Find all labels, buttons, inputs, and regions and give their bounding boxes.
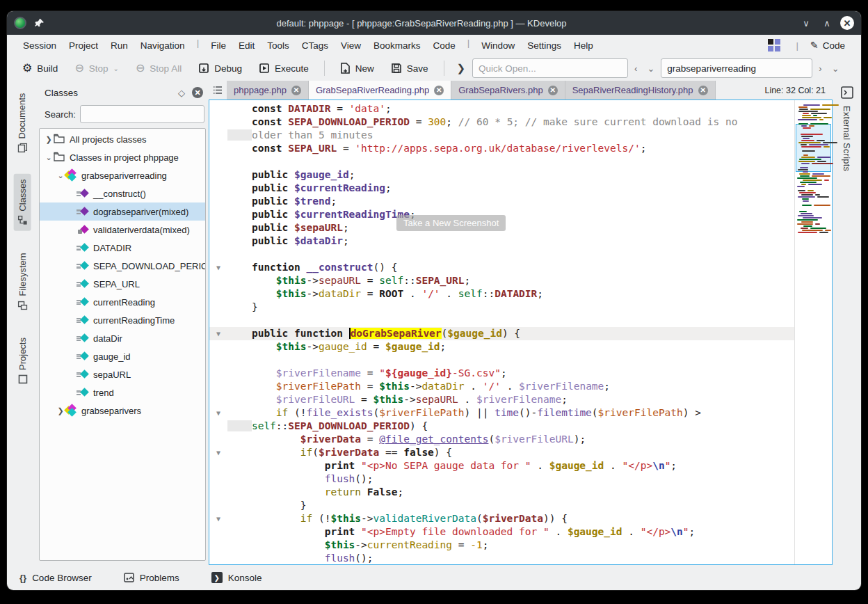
menu-item-project[interactable]: Project [63, 38, 104, 54]
tab-close-icon[interactable]: ✕ [548, 86, 558, 95]
konsole-toolview[interactable]: ❯ Konsole [211, 572, 262, 583]
code-line[interactable]: public $gauge_id; [209, 168, 794, 182]
menu-item-edit[interactable]: Edit [232, 38, 261, 54]
tab-grabsepariverreading-php[interactable]: GrabSepaRiverReading.php✕ [309, 81, 451, 100]
code-line[interactable]: } [209, 301, 794, 314]
code-line[interactable]: self::SEPA_DOWNLOAD_PERIOD) { [209, 420, 794, 433]
code-line[interactable] [209, 155, 794, 168]
tree-item-grabseparivers[interactable]: ❯grabseparivers [40, 402, 205, 420]
titlebar[interactable]: default: phppage - [ phppage:GrabSepaRiv… [7, 11, 861, 35]
new-button[interactable]: New [333, 59, 381, 77]
tab-close-icon[interactable]: ✕ [291, 86, 301, 95]
code-line[interactable]: public $trend; [209, 195, 794, 208]
menu-item-view[interactable]: View [335, 38, 367, 54]
symbol-search-input[interactable] [661, 58, 812, 78]
code-text[interactable]: const DATADIR = 'data'; const SEPA_DOWNL… [209, 100, 794, 564]
code-browser-toolview[interactable]: {} Code Browser [19, 573, 92, 583]
history-down-icon[interactable]: ⌄ [643, 63, 658, 74]
close-button[interactable]: ✕ [840, 16, 854, 30]
code-area-button[interactable]: ✎Code [804, 37, 851, 54]
minimap-scrollbar[interactable] [794, 100, 832, 564]
chevron-down-icon[interactable]: ⌄ [44, 153, 54, 162]
sidebar-item-classes[interactable]: Classes [14, 173, 31, 230]
tree-item-sepa-url[interactable]: SEPA_URL [40, 275, 205, 293]
pin-icon[interactable] [35, 18, 45, 28]
code-line[interactable]: ▼ public function doGrabSepaRiver($gauge… [209, 327, 794, 340]
code-line[interactable]: ▼ if($riverData == false) { [209, 446, 794, 459]
code-line[interactable]: $this->dataDir = ROOT . '/' . self::DATA… [209, 287, 794, 301]
code-line[interactable]: $riverFilePath = $this->dataDir . '/' . … [209, 380, 794, 393]
sidebar-item-projects[interactable]: Projects [14, 332, 31, 390]
area-switcher-icon[interactable] [768, 39, 780, 51]
sidebar-item-documents[interactable]: Documents [14, 87, 31, 158]
debug-button[interactable]: Debug [191, 59, 249, 77]
code-line[interactable]: $riverFilename = "${gauge_id}-SG.csv"; [209, 367, 794, 380]
code-line[interactable]: $riverFileURL = $this->sepaURL . $riverF… [209, 393, 794, 406]
minimap-viewport[interactable] [796, 124, 831, 172]
fold-marker-icon[interactable]: ▼ [209, 261, 227, 274]
code-line[interactable]: flush(); [209, 552, 794, 564]
detach-panel-icon[interactable]: ◇ [175, 86, 188, 99]
tree-item-grabsepariverreading[interactable]: ⌄grabsepariverreading [40, 166, 205, 184]
code-line[interactable]: const SEPA_DOWNLOAD_PERIOD = 300; // 60 … [209, 116, 794, 129]
execute-button[interactable]: Execute [252, 59, 316, 77]
menu-item-run[interactable]: Run [104, 38, 134, 54]
tab-close-icon[interactable]: ✕ [434, 86, 444, 95]
menu-item-code[interactable]: Code [427, 38, 462, 54]
external-scripts-tab[interactable]: External Scripts [842, 106, 852, 171]
fold-marker-icon[interactable]: ▼ [209, 446, 227, 459]
menu-item-file[interactable]: File [204, 38, 232, 54]
tree-item--construct-[interactable]: __construct() [40, 184, 205, 202]
menu-item-help[interactable]: Help [568, 38, 600, 54]
tab-separiverreadinghistory-php[interactable]: SepaRiverReadingHistory.php✕ [565, 81, 716, 100]
code-line[interactable]: print "<p>No SEPA gauge data for " . $ga… [209, 459, 794, 472]
document-list-icon[interactable] [209, 81, 227, 100]
save-button[interactable]: Save [384, 59, 435, 77]
fold-marker-icon[interactable]: ▼ [209, 512, 227, 525]
close-panel-icon[interactable]: ✕ [192, 87, 203, 98]
code-line[interactable] [209, 248, 794, 261]
code-line[interactable]: ▼ if (!file_exists($riverFilePath) || ti… [209, 406, 794, 420]
tab-phppage-php[interactable]: phppage.php✕ [227, 81, 309, 100]
tree-item-sepa-download-period[interactable]: SEPA_DOWNLOAD_PERIOD [40, 257, 205, 275]
tree-item-sepaurl[interactable]: sepaURL [40, 365, 205, 383]
code-line[interactable]: ▼ if (!$this->validateRiverData($riverDa… [209, 512, 794, 525]
toolbar-overflow-chevron[interactable]: ❯ [453, 62, 470, 74]
quick-open-input[interactable] [472, 58, 628, 78]
menu-item-session[interactable]: Session [17, 38, 63, 54]
code-line[interactable]: $this->currentReading = -1; [209, 539, 794, 552]
code-line[interactable]: flush(); [209, 472, 794, 486]
sidebar-item-filesystem[interactable]: Filesystem [14, 247, 31, 315]
code-line[interactable]: const DATADIR = 'data'; [209, 102, 794, 116]
menu-item-ctags[interactable]: CTags [296, 38, 335, 54]
minimize-button[interactable]: ∨ [798, 15, 814, 31]
code-line[interactable]: print "<p>Empty file downloaded for " . … [209, 525, 794, 539]
menu-item-bookmarks[interactable]: Bookmarks [367, 38, 427, 54]
external-scripts-icon[interactable] [841, 86, 853, 99]
tree-item-gauge-id[interactable]: gauge_id [40, 347, 205, 365]
tree-item-classes-in-project-phppage[interactable]: ⌄Classes in project phppage [40, 148, 205, 166]
history-back-icon[interactable]: ‹ [631, 63, 641, 74]
tree-item-datadir[interactable]: DATADIR [40, 239, 205, 257]
menu-item-window[interactable]: Window [475, 38, 521, 54]
menu-item-navigation[interactable]: Navigation [134, 38, 191, 54]
chevron-right-icon[interactable]: ❯ [44, 135, 54, 144]
code-line[interactable]: return False; [209, 486, 794, 499]
tree-item-dograbsepariver-mixed-[interactable]: dograbsepariver(mixed) [40, 202, 205, 221]
tree-item-currentreadingtime[interactable]: currentReadingTime [40, 311, 205, 329]
code-line[interactable] [209, 314, 794, 327]
tab-close-icon[interactable]: ✕ [698, 86, 708, 95]
code-line[interactable]: public $currentReading; [209, 182, 794, 195]
tree-item-datadir[interactable]: dataDir [40, 329, 205, 347]
fold-marker-icon[interactable]: ▼ [209, 406, 227, 420]
classes-search-input[interactable] [80, 105, 204, 123]
tree-item-trend[interactable]: trend [40, 383, 205, 402]
code-line[interactable] [209, 353, 794, 367]
code-line[interactable]: $this->gauge_id = $gauge_id; [209, 340, 794, 353]
menu-item-settings[interactable]: Settings [521, 38, 568, 54]
code-line[interactable]: } [209, 499, 794, 512]
code-line[interactable]: public $dataDir; [209, 235, 794, 248]
tree-item-currentreading[interactable]: currentReading [40, 293, 205, 311]
code-line[interactable]: $riverData = @file_get_contents($riverFi… [209, 433, 794, 446]
tree-item-validateriverdata-mixed-[interactable]: validateriverdata(mixed) [40, 221, 205, 239]
